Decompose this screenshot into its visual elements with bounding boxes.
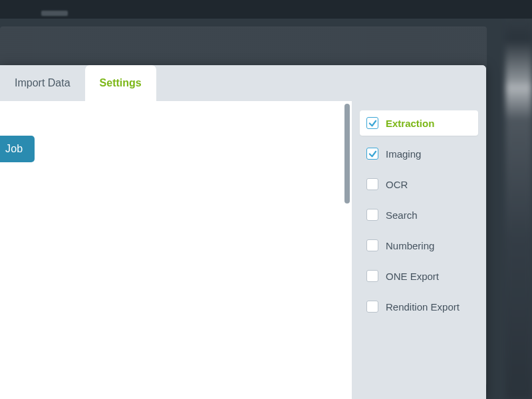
app-top-bar xyxy=(0,0,532,19)
tab-label: Import Data xyxy=(15,77,70,89)
main-scrollbar[interactable] xyxy=(344,104,350,396)
option-one-export[interactable]: ONE Export xyxy=(360,263,478,289)
processing-options-panel: Extraction Imaging OCR Search xyxy=(352,101,486,399)
option-label: ONE Export xyxy=(386,271,439,282)
checkbox-icon[interactable] xyxy=(366,117,378,129)
option-ocr[interactable]: OCR xyxy=(360,172,478,197)
checkbox-icon[interactable] xyxy=(366,239,378,251)
option-label: Extraction xyxy=(386,118,434,129)
checkbox-icon[interactable] xyxy=(366,148,378,160)
settings-modal: Import Data Settings Job Extraction xyxy=(0,65,486,399)
settings-main-area: Job xyxy=(0,101,344,399)
option-numbering[interactable]: Numbering xyxy=(360,233,478,258)
checkbox-icon[interactable] xyxy=(366,209,378,221)
job-button[interactable]: Job xyxy=(0,136,35,162)
checkbox-icon[interactable] xyxy=(366,178,378,190)
backdrop-blur xyxy=(505,0,532,399)
option-label: Rendition Export xyxy=(386,301,460,313)
option-imaging[interactable]: Imaging xyxy=(360,141,478,166)
option-label: Numbering xyxy=(386,240,434,251)
tabstrip: Import Data Settings xyxy=(0,65,486,101)
option-rendition-export[interactable]: Rendition Export xyxy=(360,294,478,319)
modal-body: Job Extraction Imaging xyxy=(0,101,486,399)
option-search[interactable]: Search xyxy=(360,202,478,227)
tab-import-data[interactable]: Import Data xyxy=(0,65,85,101)
checkbox-icon[interactable] xyxy=(366,270,378,282)
option-label: Imaging xyxy=(386,148,421,160)
checkbox-icon[interactable] xyxy=(366,301,378,313)
tab-label: Settings xyxy=(100,77,142,89)
job-button-label: Job xyxy=(5,143,23,154)
scrollbar-thumb[interactable] xyxy=(344,104,350,203)
option-extraction[interactable]: Extraction xyxy=(360,110,478,136)
tab-settings[interactable]: Settings xyxy=(85,65,156,101)
option-label: OCR xyxy=(386,179,408,190)
option-label: Search xyxy=(386,209,418,221)
